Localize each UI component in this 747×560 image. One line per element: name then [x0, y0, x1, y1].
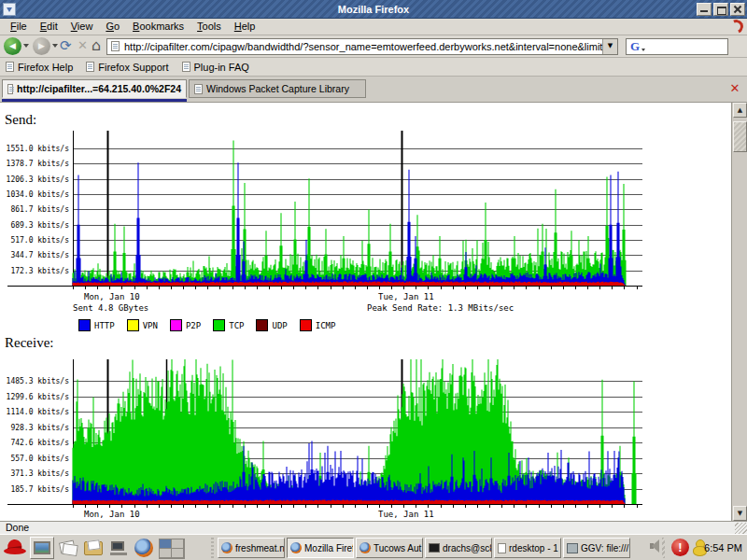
- p2p-swatch: [170, 319, 182, 331]
- chart-annotation-total: Sent 4.8 GBytes: [73, 303, 148, 313]
- workspace-pager[interactable]: [159, 539, 185, 559]
- task-button-mozilla-firefox[interactable]: Mozilla Firef: [287, 538, 354, 558]
- http-swatch: [78, 319, 91, 331]
- home-button[interactable]: ⌂: [92, 36, 101, 54]
- y-axis-label: 1206.3 kbits/s: [0, 175, 69, 185]
- menu-bookmarks[interactable]: Bookmarks: [126, 19, 190, 35]
- task-button-tucows[interactable]: Tucows Aut: [356, 538, 423, 558]
- minimize-button[interactable]: [697, 3, 712, 16]
- volume-icon[interactable]: [650, 543, 654, 549]
- forward-arrow-icon: ▶: [38, 41, 45, 50]
- vertical-scrollbar[interactable]: ▲ ▼: [731, 103, 747, 521]
- menu-edit[interactable]: Edit: [34, 19, 64, 35]
- launcher-desktop-config[interactable]: [30, 537, 54, 559]
- tray-separator: [662, 538, 665, 558]
- bookmark-firefox-help[interactable]: Firefox Help: [6, 62, 73, 73]
- menu-bar: File Edit View Go Bookmarks Tools Help: [0, 19, 747, 35]
- tab-cipafilter[interactable]: http://cipafilter...=64.215.40.0%2F24: [2, 79, 187, 98]
- legend-item-tcp: TCP: [213, 319, 244, 331]
- vpn-swatch: [127, 319, 139, 331]
- menu-tools[interactable]: Tools: [190, 19, 228, 35]
- y-axis-label: 1034.0 kbits/s: [0, 189, 69, 200]
- search-input[interactable]: G: [626, 38, 728, 55]
- chart-annotation-day1: Mon, Jan 10: [84, 510, 140, 519]
- site-icon: [111, 41, 120, 51]
- y-axis-label: 1551.0 kbits/s: [0, 144, 69, 154]
- legend-item-vpn: VPN: [127, 319, 158, 331]
- ggv-icon: [567, 543, 578, 553]
- maximize-button[interactable]: [713, 3, 728, 16]
- workspace-3[interactable]: [160, 549, 171, 557]
- minimize-icon: [700, 10, 708, 12]
- workspace-4[interactable]: [172, 549, 183, 557]
- launcher-firefox[interactable]: [132, 537, 156, 559]
- forward-button[interactable]: ▶: [33, 37, 50, 55]
- legend-item-http: HTTP: [78, 319, 115, 331]
- y-axis-label: 928.3 kbits/s: [0, 423, 69, 433]
- launcher-email[interactable]: [81, 537, 106, 559]
- url-bar[interactable]: http://cipafilter.com/cipagw/bandwidthd/…: [106, 38, 618, 55]
- chevron-down-icon: ▼: [608, 42, 613, 49]
- y-axis-label: 172.3 kbits/s: [0, 266, 69, 276]
- taskbar-clock: 6:54 PM: [704, 535, 745, 560]
- chart-annotation-peak: Peak Send Rate: 1.3 MBits/sec: [367, 303, 514, 313]
- reload-button[interactable]: ⟳: [60, 37, 72, 54]
- task-button-freshmeat[interactable]: freshmeat.n: [218, 538, 285, 558]
- search-engine-dropdown-icon[interactable]: [641, 49, 645, 53]
- window-titlebar[interactable]: Mozilla Firefox: [0, 0, 747, 19]
- scroll-up-button[interactable]: ▲: [733, 103, 747, 118]
- url-text[interactable]: http://cipafilter.com/cipagw/bandwidthd/…: [124, 40, 602, 54]
- launcher-print-manager[interactable]: [56, 537, 80, 559]
- tab-winpcap[interactable]: Windows Packet Capture Library: [189, 79, 366, 98]
- back-dropdown-icon[interactable]: [23, 44, 29, 50]
- taskbar: freshmeat.n Mozilla Firef Tucows Aut dra…: [0, 534, 747, 560]
- task-button-ggv[interactable]: GGV: file:///: [563, 538, 630, 558]
- y-axis-label: 1299.6 kbits/s: [0, 392, 69, 402]
- menu-go[interactable]: Go: [99, 19, 126, 35]
- bookmark-firefox-support[interactable]: Firefox Support: [86, 62, 168, 73]
- status-bar: Done: [0, 521, 747, 534]
- chart-annotation-day2: Tue, Jan 11: [378, 510, 434, 519]
- workspace-2[interactable]: [172, 539, 183, 548]
- desktop-screen: Mozilla Firefox File Edit View Go Bookma…: [0, 0, 747, 560]
- scroll-down-button[interactable]: ▼: [733, 506, 747, 521]
- resize-grip[interactable]: [735, 523, 747, 534]
- task-button-terminal[interactable]: drachs@sc8: [425, 538, 492, 558]
- url-dropdown-button[interactable]: ▼: [602, 39, 617, 54]
- firefox-icon: [134, 539, 153, 557]
- bookmark-icon: [6, 62, 14, 72]
- launcher-terminal[interactable]: [106, 537, 131, 559]
- menu-view[interactable]: View: [64, 19, 100, 35]
- forward-dropdown-icon[interactable]: [52, 44, 58, 50]
- tab-icon: [194, 84, 203, 94]
- chart-legend: HTTP VPN P2P TCP UDP ICMP: [78, 319, 335, 331]
- status-text: Done: [6, 522, 29, 533]
- menu-file[interactable]: File: [4, 19, 34, 35]
- mail-icon: [84, 541, 103, 555]
- alert-notification-icon[interactable]: !: [671, 539, 689, 556]
- navigation-toolbar: ◀ ▶ ⟳ ✕ ⌂ http://cipafilter.com/cipagw/b…: [0, 35, 747, 58]
- page-content: Send: HTTP VPN P2P TCP UDP ICMP Receive:…: [0, 103, 747, 521]
- window-title: Mozilla Firefox: [0, 0, 747, 19]
- bookmark-icon: [182, 62, 190, 72]
- close-button[interactable]: [730, 3, 745, 16]
- redhat-menu-button[interactable]: [4, 538, 26, 558]
- y-axis-label: 742.6 kbits/s: [0, 438, 69, 448]
- task-button-rdesktop[interactable]: rdesktop - 1: [494, 538, 561, 558]
- y-axis-label: 1485.3 kbits/s: [0, 376, 69, 386]
- menu-help[interactable]: Help: [228, 19, 262, 35]
- workspace-1[interactable]: [160, 539, 171, 548]
- y-axis-label: 344.7 kbits/s: [0, 250, 69, 260]
- tab-icon: [7, 84, 13, 94]
- stop-button[interactable]: ✕: [78, 38, 88, 52]
- bookmark-plugin-faq[interactable]: Plug-in FAQ: [182, 62, 249, 73]
- firefox-throbber-icon: [727, 18, 745, 35]
- tab-close-button[interactable]: ✕: [727, 81, 742, 96]
- receive-heading: Receive:: [5, 335, 53, 351]
- back-button[interactable]: ◀: [4, 37, 21, 55]
- send-heading: Send:: [5, 112, 36, 128]
- tcp-swatch: [213, 319, 225, 331]
- send-bandwidth-chart: [0, 131, 747, 291]
- chart-annotation-day1: Mon, Jan 10: [84, 292, 140, 301]
- scrollbar-thumb[interactable]: [733, 121, 747, 152]
